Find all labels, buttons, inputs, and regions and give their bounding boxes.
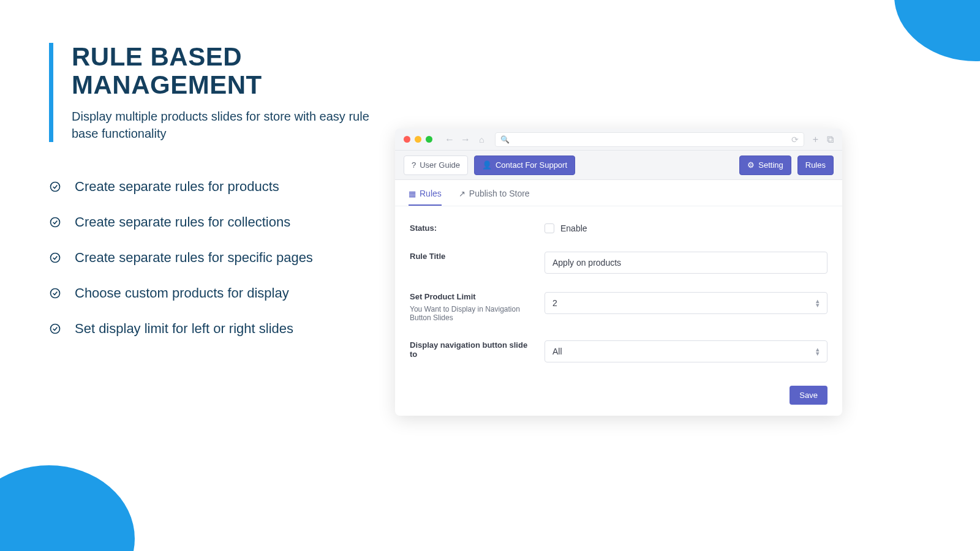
app-toolbar: ? User Guide 👤 Contact For Support ⚙ Set… [395,151,842,180]
setting-button[interactable]: ⚙ Setting [739,156,791,175]
search-icon: 🔍 [500,135,510,144]
maximize-window-icon[interactable] [426,136,432,143]
list-item-text: Create separate rules for products [75,179,279,195]
status-label: Status: [410,223,545,233]
close-window-icon[interactable] [404,136,410,143]
enable-label: Enable [560,223,587,233]
nav-arrows: ← → [445,134,470,145]
svg-point-4 [51,324,60,334]
new-tab-icon[interactable]: + [813,134,818,145]
check-circle-icon [49,181,61,193]
list-item-text: Set display limit for left or right slid… [75,321,293,337]
browser-titlebar: ← → ⌂ 🔍 ⟳ + ⧉ [395,129,842,151]
rule-title-label: Rule Title [410,252,545,274]
decoration-blob-bottom [0,465,135,551]
browser-actions: + ⧉ [813,134,834,145]
button-label: Rules [805,160,826,170]
feature-list: Create separate rules for products Creat… [49,179,392,337]
content-pane: ▦ Rules ↗ Publish to Store Status: Enabl… [395,180,842,416]
minimize-window-icon[interactable] [415,136,421,143]
home-icon[interactable]: ⌂ [479,135,484,144]
display-to-select[interactable]: All ▴▾ [545,340,827,362]
page-title: RULE BASED MANAGEMENT [72,43,392,99]
forward-icon[interactable]: → [461,134,470,145]
tab-bar: ▦ Rules ↗ Publish to Store [395,180,842,206]
select-value: 2 [552,298,557,308]
list-item-text: Choose custom products for display [75,285,289,301]
header-block: RULE BASED MANAGEMENT Display multiple p… [49,43,392,142]
display-to-row: Display navigation button slide to All ▴… [410,340,827,362]
chevron-updown-icon: ▴▾ [816,347,820,355]
external-link-icon: ↗ [459,189,466,198]
input-value: Apply on products [552,258,621,268]
tabs-icon[interactable]: ⧉ [827,134,834,145]
address-bar[interactable]: 🔍 ⟳ [495,132,804,147]
form-actions: Save [395,386,842,405]
display-to-label: Display navigation button slide to [410,340,545,362]
rule-title-input[interactable]: Apply on products [545,252,827,274]
contact-support-button[interactable]: 👤 Contact For Support [474,156,575,175]
product-limit-help: You Want to Display in Navigation Button… [410,305,545,322]
grid-icon: ▦ [409,189,416,198]
button-label: Setting [758,160,783,170]
product-limit-select[interactable]: 2 ▴▾ [545,292,827,314]
enable-checkbox-group: Enable [545,223,827,233]
check-circle-icon [49,252,61,264]
list-item-text: Create separate rules for specific pages [75,250,313,266]
check-circle-icon [49,216,61,228]
browser-window: ← → ⌂ 🔍 ⟳ + ⧉ ? User Guide 👤 Contact For… [395,129,842,416]
list-item-text: Create separate rules for collections [75,214,290,230]
product-limit-row: Set Product Limit You Want to Display in… [410,292,827,322]
help-icon: ? [412,160,416,170]
status-row: Status: Enable [410,223,827,233]
rule-title-row: Rule Title Apply on products [410,252,827,274]
rules-button[interactable]: Rules [797,156,834,175]
list-item: Choose custom products for display [49,285,392,301]
decoration-blob-top [894,0,980,61]
rule-form: Status: Enable Rule Title Apply on produ… [395,206,842,386]
button-label: User Guide [420,160,460,170]
check-circle-icon [49,287,61,299]
back-icon[interactable]: ← [445,134,454,145]
tab-label: Publish to Store [469,189,530,198]
product-limit-label: Set Product Limit [410,292,545,301]
chevron-updown-icon: ▴▾ [816,299,820,307]
check-circle-icon [49,323,61,335]
list-item: Create separate rules for specific pages [49,250,392,266]
list-item: Create separate rules for collections [49,214,392,230]
tab-publish[interactable]: ↗ Publish to Store [459,189,530,206]
tab-label: Rules [420,189,442,198]
page-subtitle: Display multiple products slides for sto… [72,108,392,142]
button-label: Contact For Support [496,160,567,170]
tab-rules[interactable]: ▦ Rules [409,189,442,206]
svg-point-3 [51,289,60,298]
svg-point-2 [51,253,60,263]
user-guide-button[interactable]: ? User Guide [404,156,468,175]
save-button[interactable]: Save [790,386,827,405]
user-icon: 👤 [482,160,492,170]
refresh-icon[interactable]: ⟳ [791,135,799,144]
enable-checkbox[interactable] [545,223,554,233]
gear-icon: ⚙ [747,160,755,170]
list-item: Create separate rules for products [49,179,392,195]
list-item: Set display limit for left or right slid… [49,321,392,337]
svg-point-0 [51,182,60,192]
svg-point-1 [51,218,60,227]
select-value: All [552,347,562,356]
marketing-content: RULE BASED MANAGEMENT Display multiple p… [49,43,392,356]
window-controls [404,136,432,143]
